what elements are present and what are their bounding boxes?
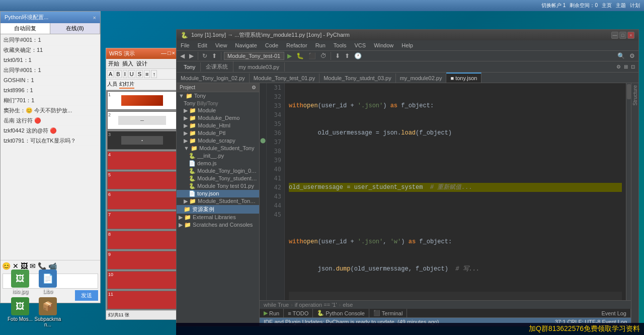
cross-icon[interactable]: ✕	[13, 262, 19, 270]
wps-view-slides[interactable]: 幻灯片	[119, 81, 134, 89]
file-tab-student[interactable]: Module_Tony_studnt_03.py	[319, 74, 396, 83]
tree-module-student-tony[interactable]: ▼ 📁 Module_Student_Tony	[177, 145, 259, 152]
wps-slide-2[interactable]: 2 —	[107, 111, 177, 130]
wps-icon-4[interactable]: U	[128, 70, 135, 78]
menu-navigate[interactable]: Navigate	[233, 41, 259, 49]
file-tab-test[interactable]: Module_Tony_test_01.py	[250, 74, 319, 83]
wps-close[interactable]: ×	[172, 50, 175, 57]
sysbar-home2[interactable]: 主题	[616, 2, 626, 9]
tab-expand-btn[interactable]: ⊞	[622, 63, 629, 70]
wps-slide-1[interactable]: 1	[107, 91, 177, 110]
wps-slide-4[interactable]: 4	[107, 151, 177, 170]
tree-module-html[interactable]: ▶ 📁 Module_Html	[177, 122, 259, 129]
menu-refactor[interactable]: Refactor	[284, 41, 309, 49]
desktop-icon-subpack[interactable]: 📦 Subpackman...	[33, 297, 63, 327]
tb-search[interactable]: 🔍	[616, 52, 626, 60]
sysbar-plan[interactable]: 计划	[630, 2, 640, 9]
tb-refresh[interactable]: ↻	[201, 52, 209, 60]
code-scrollbar[interactable]	[626, 83, 631, 300]
wps-slide-7[interactable]: 7	[107, 211, 177, 230]
nav-tab-qike[interactable]: 企课系统	[201, 61, 233, 72]
tree-login02[interactable]: 🐍 Module_Tony_login_02.py	[177, 167, 259, 175]
tb-back[interactable]: ◀	[179, 52, 186, 60]
tab-split-btn[interactable]: ⊡	[629, 63, 636, 70]
tree-test01[interactable]: 🐍 Module Tony test 01.py	[177, 182, 259, 190]
desktop-icon-foto[interactable]: 🖼 Foto Mos...	[5, 297, 35, 322]
tree-init[interactable]: 🐍 __init__.py	[177, 152, 259, 160]
tab-settings-btn[interactable]: ⚙	[615, 63, 622, 70]
file-tab-login[interactable]: Module_Tony_login_02.py	[177, 74, 250, 83]
pycharm-maximize-button[interactable]: □	[619, 32, 626, 39]
chat-close[interactable]: ×	[93, 15, 96, 21]
wps-tab-insert[interactable]: 插入	[122, 60, 133, 68]
tree-module[interactable]: ▶ 📁 Module	[177, 107, 259, 114]
wps-icon-6[interactable]: ≡	[144, 70, 150, 78]
menu-vcs[interactable]: VCS	[353, 41, 368, 49]
wps-slide-3[interactable]: 3 •	[107, 131, 177, 150]
run-config-selector[interactable]: Module_Tony_test-01	[224, 52, 284, 60]
bottom-tab-run[interactable]: ▶ Run	[260, 309, 284, 317]
wps-tab-start[interactable]: 开始	[108, 60, 119, 68]
bottom-tab-console[interactable]: 🐍 Python Console	[313, 309, 369, 317]
wps-slide-10[interactable]: 10	[107, 271, 177, 290]
phone-icon[interactable]: 📞	[38, 262, 46, 270]
menu-run[interactable]: Run	[313, 41, 328, 49]
code-content[interactable]: with open(user_id + '.json') as f_object…	[285, 83, 626, 300]
tb-debug-button[interactable]: 🐛	[295, 52, 305, 60]
bottom-tab-event-log[interactable]: Event Log	[597, 309, 631, 317]
menu-edit[interactable]: Edit	[196, 41, 209, 49]
pycharm-close-button[interactable]: ×	[627, 32, 634, 39]
tab-online[interactable]: 在线(8)	[50, 23, 100, 34]
wps-icon-1[interactable]: A	[107, 70, 114, 78]
tb-history[interactable]: 🕐	[353, 52, 363, 60]
tree-student03[interactable]: 🐍 Module_Tony_student_03.py	[177, 175, 259, 182]
wps-slide-8[interactable]: 8	[107, 231, 177, 249]
tree-scratches[interactable]: ▶ 📁 Scratches and Consoles	[177, 221, 259, 229]
structure-label[interactable]: Structure	[632, 85, 638, 106]
tb-profile[interactable]: ⏱	[319, 52, 328, 60]
desktop-icon-isio[interactable]: 🖼 isio.jpg	[5, 270, 35, 294]
code-scroll-area[interactable]: ⬤ 31 32 33 34 35 36	[260, 83, 631, 300]
menu-file[interactable]: File	[179, 41, 192, 49]
wps-slide-9[interactable]: 9	[107, 251, 177, 270]
wps-tab-design[interactable]: 设计	[136, 60, 147, 68]
tree-settings-icon[interactable]: ⚙	[252, 85, 256, 90]
tab-autodraft[interactable]: 自动回复	[1, 23, 50, 34]
menu-tools[interactable]: Tools	[332, 41, 349, 49]
tb-settings[interactable]: ⚙	[628, 52, 636, 60]
tree-module-student-tony002[interactable]: ▶ 📁 Module_Student_Tony_002	[177, 197, 259, 205]
wps-slide-6[interactable]: 6	[107, 191, 177, 210]
tree-moduluke-demo[interactable]: ▶ 📁 Moduluke_Demo	[177, 114, 259, 122]
file-tab-tony-json[interactable]: ■ tony.json	[446, 73, 481, 83]
wps-slide-5[interactable]: 5	[107, 171, 177, 190]
menu-help[interactable]: Help	[399, 41, 415, 49]
bottom-tab-terminal[interactable]: ⬛ Terminal	[369, 309, 408, 317]
sysbar-account[interactable]: 切换帐户 1	[541, 2, 566, 9]
wps-min[interactable]: —	[161, 50, 167, 57]
scrollbar-thumb[interactable]	[627, 84, 631, 99]
sysbar-home1[interactable]: 主页	[602, 2, 612, 9]
file-tab-module02[interactable]: my_module02.py	[396, 74, 447, 83]
tb-coverage[interactable]: ⬛	[307, 52, 317, 60]
tree-tony[interactable]: ▼ 📁 Tony	[177, 92, 259, 100]
tb-run-button[interactable]: ▶	[286, 52, 293, 60]
tb-commit[interactable]: ⬆	[343, 52, 351, 60]
wps-view-person[interactable]: 人员	[107, 81, 117, 89]
bottom-tab-todo[interactable]: ≡ TODO	[284, 309, 313, 317]
menu-view[interactable]: View	[213, 41, 229, 49]
tb-forward[interactable]: ▶	[188, 52, 195, 60]
nav-tab-module[interactable]: my module03.py	[233, 62, 285, 72]
tree-demo-js[interactable]: 📄 demo.js	[177, 160, 259, 167]
tree-external[interactable]: ▶ 📁 External Libraries	[177, 214, 259, 221]
wps-slide-11[interactable]: 11	[107, 291, 177, 309]
image-icon[interactable]: 🖼	[21, 262, 28, 270]
emoji-icon[interactable]: 😊	[2, 262, 11, 270]
send-button[interactable]: 发送	[75, 290, 98, 301]
tree-resource[interactable]: 📁 资源案例	[177, 205, 259, 214]
tree-module-scrapy[interactable]: ▶ 📁 Module_scrapy	[177, 137, 259, 145]
tree-module-ptl[interactable]: ▶ 📁 Module_Ptl	[177, 129, 259, 137]
tb-nav[interactable]: ⬆	[210, 52, 218, 60]
wps-max[interactable]: □	[168, 50, 171, 57]
menu-code[interactable]: Code	[263, 41, 280, 49]
mail-icon[interactable]: ✉	[30, 262, 36, 270]
